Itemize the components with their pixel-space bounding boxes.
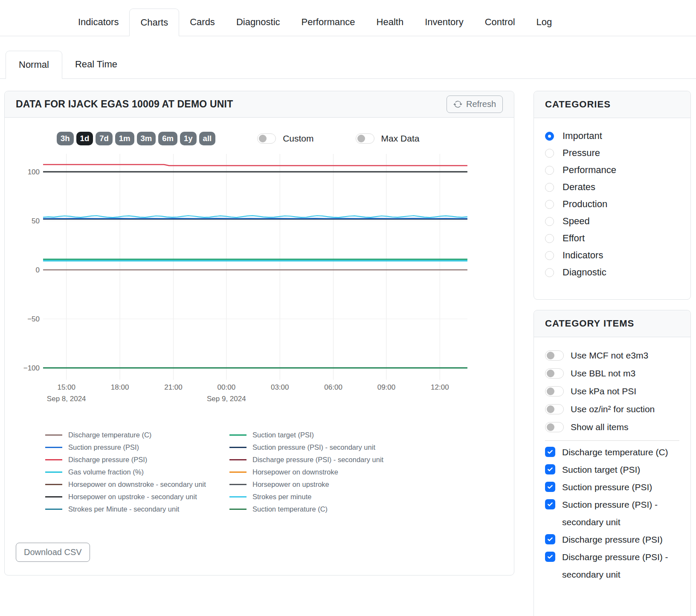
legend-label: Suction target (PSI) bbox=[252, 431, 314, 439]
x-tick-label: 18:00 bbox=[111, 383, 129, 391]
radio-button[interactable] bbox=[545, 251, 554, 260]
legend-item: Suction pressure (PSI) bbox=[45, 441, 229, 454]
item-checkbox-discharge-pressure-psi-secondary-unit[interactable]: Discharge pressure (PSI) - secondary uni… bbox=[545, 548, 679, 583]
item-toggle-use-bbl-not-m3: Use BBL not m3 bbox=[545, 364, 679, 382]
range-button-7d[interactable]: 7d bbox=[96, 132, 113, 145]
category-option-indicators[interactable]: Indicators bbox=[545, 247, 679, 264]
legend-label: Suction pressure (PSI) bbox=[68, 443, 139, 451]
radio-button[interactable] bbox=[545, 166, 554, 175]
legend-label: Horsepower on upstroke bbox=[252, 480, 329, 489]
toggle-knob bbox=[259, 135, 267, 142]
legend-swatch bbox=[229, 434, 246, 436]
item-checkbox-suction-target-psi-[interactable]: Suction target (PSI) bbox=[545, 461, 679, 478]
checkbox[interactable] bbox=[545, 464, 555, 474]
checkbox-label: Discharge pressure (PSI) bbox=[562, 531, 663, 548]
subnav-tab-normal[interactable]: Normal bbox=[6, 51, 62, 79]
top-navigation: IndicatorsChartsCardsDiagnosticPerforman… bbox=[0, 0, 696, 36]
legend-item: Strokes per Minute - secondary unit bbox=[45, 503, 229, 515]
item-checkbox-discharge-pressure-psi-[interactable]: Discharge pressure (PSI) bbox=[545, 531, 679, 548]
category-option-derates[interactable]: Derates bbox=[545, 179, 679, 196]
checkbox[interactable] bbox=[545, 499, 555, 509]
legend-label: Strokes per minute bbox=[252, 493, 311, 501]
checkbox[interactable] bbox=[545, 534, 555, 544]
checkbox[interactable] bbox=[545, 552, 555, 562]
category-option-performance[interactable]: Performance bbox=[545, 162, 679, 179]
range-button-1m[interactable]: 1m bbox=[115, 132, 134, 145]
chart-panel: DATA FOR IJACK EGAS 10009 AT DEMO UNIT R… bbox=[4, 91, 514, 576]
range-button-1y[interactable]: 1y bbox=[180, 132, 197, 145]
legend-swatch bbox=[229, 509, 246, 510]
legend-swatch bbox=[45, 471, 62, 473]
radio-button[interactable] bbox=[545, 268, 554, 277]
category-option-diagnostic[interactable]: Diagnostic bbox=[545, 264, 679, 281]
category-option-speed[interactable]: Speed bbox=[545, 213, 679, 230]
legend-item: Horsepower on downstroke bbox=[229, 466, 514, 478]
toggle-switch[interactable] bbox=[545, 368, 564, 379]
checkbox[interactable] bbox=[545, 447, 555, 457]
legend-item: Gas volume fraction (%) bbox=[45, 466, 229, 478]
category-option-pressure[interactable]: Pressure bbox=[545, 145, 679, 162]
radio-button[interactable] bbox=[545, 200, 554, 209]
toggle-label: Custom bbox=[283, 133, 313, 144]
radio-button[interactable] bbox=[545, 149, 554, 158]
item-checkbox-suction-pressure-psi-secondary-unit[interactable]: Suction pressure (PSI) - secondary unit bbox=[545, 496, 679, 531]
nav-tab-cards[interactable]: Cards bbox=[179, 9, 226, 36]
series-strokes-per-minute bbox=[43, 216, 467, 217]
item-checkbox-discharge-temperature-c-[interactable]: Discharge temperature (C) bbox=[545, 443, 679, 461]
refresh-button[interactable]: Refresh bbox=[447, 95, 503, 113]
legend-label: Discharge pressure (PSI) - secondary uni… bbox=[252, 456, 383, 464]
toggle-switch[interactable] bbox=[545, 386, 564, 396]
nav-tab-charts[interactable]: Charts bbox=[129, 9, 179, 36]
legend-item: Strokes per minute bbox=[229, 491, 514, 503]
toggle-switch[interactable] bbox=[545, 422, 564, 432]
legend-item: Discharge pressure (PSI) - secondary uni… bbox=[229, 454, 514, 466]
download-csv-button[interactable]: Download CSV bbox=[16, 543, 90, 562]
radio-button[interactable] bbox=[545, 132, 554, 141]
y-tick-label: 100 bbox=[28, 168, 40, 176]
y-tick-label: 50 bbox=[32, 217, 40, 225]
range-button-all[interactable]: all bbox=[199, 132, 216, 145]
checkbox[interactable] bbox=[545, 482, 555, 492]
legend-label: Horsepower on upstroke - secondary unit bbox=[68, 493, 197, 501]
x-tick-label: 06:00 bbox=[324, 383, 342, 391]
legend-label: Suction temperature (C) bbox=[252, 505, 328, 513]
legend-item: Horsepower on upstroke bbox=[229, 478, 514, 491]
toggle-switch[interactable] bbox=[545, 404, 564, 414]
category-option-production[interactable]: Production bbox=[545, 196, 679, 213]
nav-tab-indicators[interactable]: Indicators bbox=[67, 9, 129, 36]
range-button-6m[interactable]: 6m bbox=[158, 132, 177, 145]
range-button-1d[interactable]: 1d bbox=[76, 132, 93, 145]
radio-button[interactable] bbox=[545, 234, 554, 243]
checkbox-label: Discharge temperature (C) bbox=[562, 443, 668, 461]
toggle-group-max-data: Max Data bbox=[356, 133, 420, 144]
toggle-switch[interactable] bbox=[356, 133, 374, 144]
legend-label: Strokes per Minute - secondary unit bbox=[68, 505, 179, 513]
nav-tab-diagnostic[interactable]: Diagnostic bbox=[226, 9, 291, 36]
sub-navigation: NormalReal Time bbox=[0, 50, 696, 79]
chart-area: 100500−50−10015:0018:0021:0000:0003:0006… bbox=[5, 145, 514, 408]
nav-tab-inventory[interactable]: Inventory bbox=[414, 9, 474, 36]
range-button-3m[interactable]: 3m bbox=[137, 132, 156, 145]
toggle-switch[interactable] bbox=[545, 350, 564, 361]
category-items-title: CATEGORY ITEMS bbox=[545, 318, 634, 329]
radio-button[interactable] bbox=[545, 217, 554, 226]
toggle-switch[interactable] bbox=[257, 133, 276, 144]
nav-tab-health[interactable]: Health bbox=[366, 9, 415, 36]
checkbox-label: Suction target (PSI) bbox=[562, 461, 640, 478]
category-option-important[interactable]: Important bbox=[545, 127, 679, 145]
nav-tab-log[interactable]: Log bbox=[526, 9, 563, 36]
x-tick-label: 21:00 bbox=[164, 383, 183, 391]
nav-tab-control[interactable]: Control bbox=[474, 9, 526, 36]
legend-swatch bbox=[229, 459, 246, 460]
nav-tab-performance[interactable]: Performance bbox=[291, 9, 366, 36]
subnav-tab-real-time[interactable]: Real Time bbox=[62, 50, 130, 78]
legend-swatch bbox=[229, 484, 246, 485]
radio-label: Indicators bbox=[563, 250, 603, 261]
category-items-list: Use MCF not e3m3Use BBL not m3Use kPa no… bbox=[534, 337, 690, 587]
item-toggle-use-kpa-not-psi: Use kPa not PSI bbox=[545, 382, 679, 400]
radio-label: Performance bbox=[563, 165, 616, 176]
radio-button[interactable] bbox=[545, 183, 554, 192]
item-checkbox-suction-pressure-psi-[interactable]: Suction pressure (PSI) bbox=[545, 478, 679, 496]
range-button-3h[interactable]: 3h bbox=[57, 132, 74, 145]
category-option-effort[interactable]: Effort bbox=[545, 230, 679, 247]
